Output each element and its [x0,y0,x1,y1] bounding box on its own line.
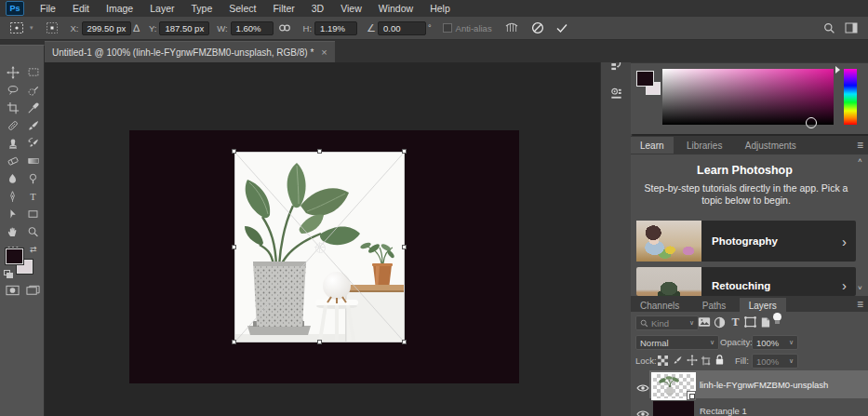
lock-all-icon[interactable] [713,354,727,367]
scroll-down-icon[interactable]: ˅ [858,284,862,292]
rectangular-marquee-tool[interactable] [23,64,43,80]
filter-adjustment-layers-icon[interactable] [713,315,727,329]
type-tool[interactable]: T [23,188,43,204]
reference-point-icon[interactable] [43,20,61,36]
hue-slider[interactable] [844,69,857,125]
quick-mask-icon[interactable] [3,282,22,298]
filter-shape-layers-icon[interactable] [743,315,757,329]
learn-panel-menu-icon[interactable]: ≡ [857,139,863,152]
gradient-tool[interactable] [23,153,43,168]
spot-healing-brush-tool[interactable] [3,117,22,133]
menu-type[interactable]: Type [182,0,220,17]
zoom-tool[interactable] [23,223,43,239]
transform-handle-top-left[interactable] [232,149,236,154]
foreground-color-swatch[interactable] [6,248,23,264]
document-tab[interactable]: Untitled-1 @ 100% (linh-le-FYgnwFMZBM0-u… [45,41,335,62]
move-tool[interactable] [3,64,22,80]
brush-tool[interactable] [23,117,43,133]
lasso-tool[interactable] [3,82,22,98]
transform-image[interactable] [234,152,405,342]
layer-thumbnail-smart-object[interactable] [651,372,696,400]
clone-stamp-tool[interactable] [3,135,22,151]
crop-tool[interactable] [3,100,22,115]
path-selection-tool[interactable] [3,206,22,221]
layer-visibility-eye-icon[interactable] [636,380,649,389]
search-icon[interactable] [820,20,838,36]
opacity-dropdown[interactable]: 100% ∨ [752,335,798,350]
eraser-tool[interactable] [3,153,22,168]
layer-name[interactable]: linh-le-FYgnwFMZBM0-unsplash [700,380,828,390]
tab-channels[interactable]: Channels [631,298,688,313]
tab-paths[interactable]: Paths [693,298,736,313]
height-input[interactable]: 1.19% [314,21,357,35]
menu-layer[interactable]: Layer [141,0,182,17]
transform-tool-icon[interactable] [7,20,26,36]
warp-mode-icon[interactable] [502,20,521,36]
cancel-transform-icon[interactable] [528,20,547,36]
transform-handle-middle-right[interactable] [402,245,407,249]
menu-window[interactable]: Window [370,0,421,17]
lock-transparency-icon[interactable] [656,354,670,367]
menu-3d[interactable]: 3D [303,0,332,17]
transform-handle-top-center[interactable] [317,149,322,154]
angle-input[interactable]: 0.00 [378,21,426,35]
learn-card-retouching[interactable]: Retouching › [636,267,856,296]
anti-alias-checkbox[interactable] [443,23,452,33]
menu-edit[interactable]: Edit [64,0,98,17]
transform-reference-point[interactable] [315,243,326,253]
transform-handle-top-right[interactable] [402,149,407,154]
filter-smart-objects-icon[interactable] [758,315,772,329]
lock-position-icon[interactable] [685,354,699,367]
menu-select[interactable]: Select [220,0,264,17]
tab-learn[interactable]: Learn [631,137,674,154]
learn-card-photography[interactable]: Photography › [636,221,856,262]
layer-thumbnail-rectangle[interactable] [653,401,694,416]
lock-pixels-icon[interactable] [671,354,685,367]
layer-filter-kind-dropdown[interactable]: Kind ∨ [635,315,699,330]
link-dimensions-icon[interactable] [275,20,294,36]
filter-pixel-layers-icon[interactable] [697,315,711,329]
workspace-switcher-icon[interactable] [842,20,861,36]
menu-view[interactable]: View [332,0,370,17]
history-brush-tool[interactable] [23,135,43,151]
commit-transform-icon[interactable] [553,20,571,36]
quick-selection-tool[interactable] [23,82,43,98]
fill-dropdown[interactable]: 100% ∨ [752,354,798,369]
tab-layers[interactable]: Layers [740,298,786,313]
saturation-brightness-field[interactable] [662,69,834,125]
tab-adjustments[interactable]: Adjustments [736,137,806,154]
menu-image[interactable]: Image [98,0,141,17]
eyedropper-tool[interactable] [23,100,43,115]
x-input[interactable]: 299.50 px [82,21,132,35]
transform-handle-bottom-left[interactable] [232,340,236,344]
blur-tool[interactable] [3,170,22,186]
menu-help[interactable]: Help [421,0,459,17]
lock-artboard-icon[interactable] [699,354,713,367]
rectangle-shape-tool[interactable] [23,206,43,221]
menu-file[interactable]: File [32,0,64,17]
transform-handle-middle-left[interactable] [232,245,236,249]
layer-visibility-eye-icon[interactable] [636,406,649,415]
default-colors-icon[interactable] [4,270,12,277]
relative-position-icon[interactable]: ∆ [133,22,140,34]
pen-tool[interactable] [3,188,22,204]
layer-name[interactable]: Rectangle 1 [700,406,747,416]
tool-preset-dropdown-icon[interactable]: ▾ [30,24,33,32]
menu-filter[interactable]: Filter [264,0,302,17]
hand-tool[interactable] [3,223,22,239]
canvas-area[interactable] [44,62,600,416]
scroll-up-icon[interactable]: ˄ [858,156,862,165]
close-tab-icon[interactable]: × [321,47,327,58]
blend-mode-dropdown[interactable]: Normal ∨ [635,335,719,350]
layers-panel-menu-icon[interactable]: ≡ [857,298,863,311]
filter-toggle-icon[interactable] [773,313,781,321]
swap-colors-icon[interactable]: ⇄ [30,245,37,254]
transform-handle-bottom-center[interactable] [317,340,322,344]
filter-type-layers-icon[interactable]: T [728,315,742,329]
tab-libraries[interactable]: Libraries [677,137,731,154]
y-input[interactable]: 187.50 px [159,21,209,35]
color-picker-ring[interactable] [806,117,817,128]
properties-panel-icon[interactable] [606,84,626,104]
dodge-tool[interactable] [23,170,43,186]
screen-mode-icon[interactable] [23,282,43,298]
